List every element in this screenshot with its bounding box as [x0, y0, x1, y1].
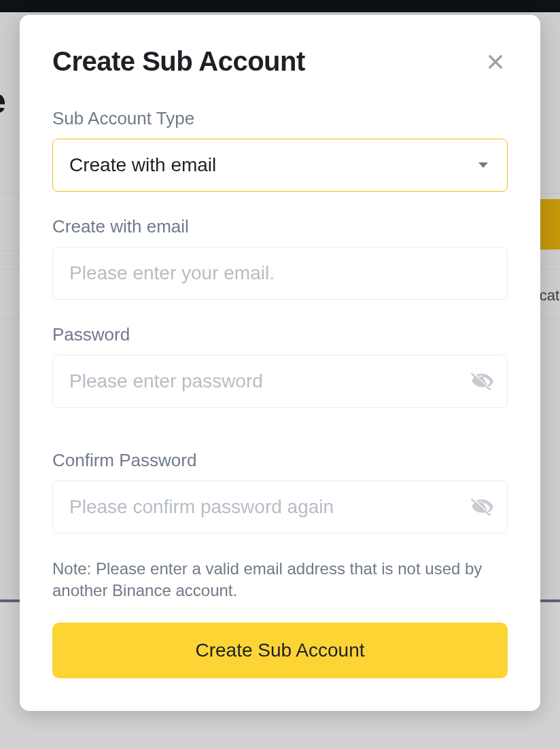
sub-account-type-value: Create with email — [69, 154, 216, 176]
sub-account-type-field: Sub Account Type Create with email — [52, 108, 508, 192]
modal-header: Create Sub Account — [52, 46, 508, 77]
confirm-password-field-group: Confirm Password — [52, 450, 508, 534]
password-field-group: Password — [52, 324, 508, 408]
modal-title: Create Sub Account — [52, 46, 305, 77]
create-sub-account-button[interactable]: Create Sub Account — [52, 623, 508, 678]
close-icon[interactable] — [483, 50, 508, 74]
chevron-down-icon — [478, 162, 488, 168]
note-text: Note: Please enter a valid email address… — [52, 558, 508, 602]
eye-off-icon[interactable] — [470, 370, 493, 393]
email-input-wrap — [52, 247, 508, 300]
create-sub-account-modal: Create Sub Account Sub Account Type Crea… — [20, 15, 540, 711]
password-label: Password — [52, 324, 508, 345]
confirm-password-input-wrap — [52, 481, 508, 534]
email-label: Create with email — [52, 216, 508, 237]
email-field-group: Create with email — [52, 216, 508, 300]
confirm-password-input[interactable] — [69, 496, 470, 518]
password-input[interactable] — [69, 370, 470, 392]
sub-account-type-select[interactable]: Create with email — [52, 139, 508, 192]
password-input-wrap — [52, 355, 508, 408]
confirm-password-label: Confirm Password — [52, 450, 508, 471]
email-input[interactable] — [69, 262, 493, 284]
sub-account-type-label: Sub Account Type — [52, 108, 508, 129]
eye-off-icon[interactable] — [470, 495, 493, 519]
